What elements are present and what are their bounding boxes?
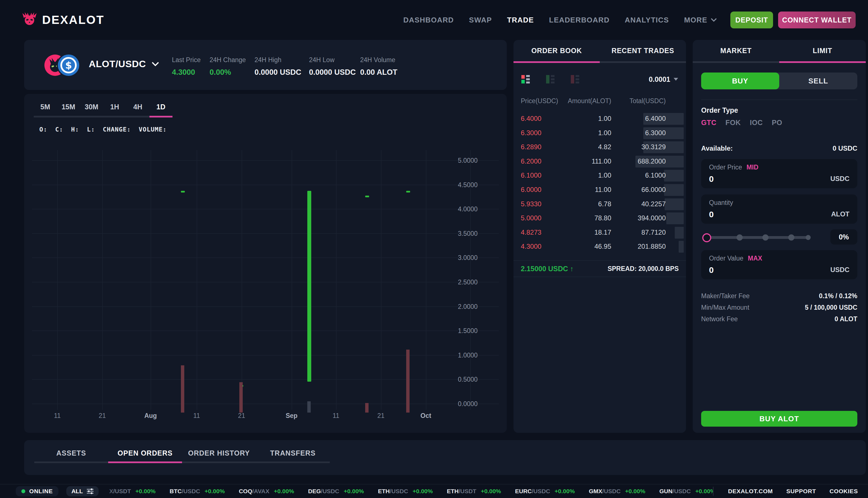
order-price-input[interactable]: 0	[709, 174, 714, 184]
volume-bar	[406, 350, 410, 412]
buy-sell-toggle: BUYSELL	[701, 73, 857, 89]
ticker-coq-avax[interactable]: COQ/AVAX+0.00%	[239, 488, 294, 495]
quantity-field[interactable]: Quantity 0 ALOT	[701, 195, 857, 224]
stat-label: Last Price	[172, 56, 201, 64]
stat-label: 24H Change	[210, 56, 246, 64]
pair-selector[interactable]: ALOT/USDC	[89, 58, 159, 69]
slider-stop-25[interactable]	[736, 234, 743, 240]
price-axis-label: 4.5000	[458, 181, 493, 189]
footer-links: DEXALOT.COMSUPPORTCOOKIES	[713, 487, 858, 496]
slider-stop-100[interactable]	[806, 235, 811, 240]
time-gridline	[242, 150, 242, 410]
quantity-input[interactable]: 0	[709, 210, 714, 219]
price-axis-label: 1.5000	[458, 327, 493, 335]
max-value-button[interactable]: MAX	[748, 254, 762, 262]
order-value-unit: USDC	[830, 266, 850, 274]
orderbook-tab-order-book[interactable]: ORDER BOOK	[513, 40, 600, 63]
ask-amount: 6.78	[598, 200, 611, 208]
ask-row[interactable]: 5.000078.80394.0000	[513, 211, 686, 226]
nav-item-swap[interactable]: SWAP	[469, 16, 492, 24]
ticker-pair: X/USDT	[109, 488, 131, 495]
connect-wallet-button[interactable]: CONNECT WALLET	[778, 12, 856, 28]
ask-row[interactable]: 5.93306.7840.2257	[513, 197, 686, 212]
slider-stop-50[interactable]	[762, 234, 769, 240]
order-type-fok[interactable]: FOK	[725, 119, 741, 127]
ticker-filter-button[interactable]: ALL	[66, 486, 98, 496]
ticker-pair: EURC/USDC	[515, 488, 550, 495]
volume-bar	[307, 401, 311, 412]
nav-item-analytics[interactable]: ANALYTICS	[625, 16, 669, 24]
order-type-gtc[interactable]: GTC	[701, 119, 717, 127]
bottom-tab-assets[interactable]: ASSETS	[34, 445, 108, 463]
ask-row[interactable]: 6.000011.0066.0000	[513, 183, 686, 197]
orderbook-toolbar: 0.0001	[521, 74, 678, 85]
price-axis-label: 3.5000	[458, 230, 493, 237]
available-balance-row: Available: 0 USDC	[701, 144, 857, 152]
orderbook-tab-recent-trades[interactable]: RECENT TRADES	[600, 40, 686, 63]
deposit-button[interactable]: DEPOSIT	[730, 12, 773, 28]
ticker-eth-usdt[interactable]: ETH/USDT+0.00%	[447, 488, 501, 495]
order-type-po[interactable]: PO	[772, 119, 782, 127]
ask-row[interactable]: 4.827318.1787.7120	[513, 226, 686, 240]
ticker-change: +0.00%	[481, 488, 501, 495]
dexalot-logo[interactable]: DEXALOT	[22, 12, 105, 28]
nav-item-leaderboard[interactable]: LEADERBOARD	[549, 16, 610, 24]
ask-row[interactable]: 6.28904.8230.3129	[513, 140, 686, 155]
order-type-ioc[interactable]: IOC	[750, 119, 763, 127]
order-value-input[interactable]: 0	[709, 265, 714, 275]
order-mode-tab-limit[interactable]: LIMIT	[779, 40, 866, 63]
candle-body	[307, 191, 311, 382]
stat-label: 24H Low	[309, 56, 335, 64]
ticker-eurc-usdc[interactable]: EURC/USDC+0.00%	[515, 488, 575, 495]
ask-row[interactable]: 6.2000111.00688.2000	[513, 155, 686, 169]
time-gridline	[57, 150, 58, 410]
ask-row[interactable]: 6.10001.006.1000	[513, 169, 686, 183]
ticker-deg-usdc[interactable]: DEG/USDC+0.00%	[308, 488, 364, 495]
quantity-percent-slider: 0%	[701, 229, 857, 245]
slider-handle[interactable]	[702, 233, 711, 242]
volume-bar	[181, 365, 184, 412]
buy-alot-submit-button[interactable]: BUY ALOT	[701, 411, 857, 427]
ticker-pair: ETH/USDT	[447, 488, 477, 495]
buy-side-button[interactable]: BUY	[701, 73, 779, 89]
slider-stop-75[interactable]	[788, 234, 794, 240]
bottom-tab-transfers[interactable]: TRANSFERS	[256, 445, 330, 463]
depth-bar	[666, 212, 684, 224]
divider	[713, 487, 713, 496]
ask-row[interactable]: 6.30001.006.3000	[513, 126, 686, 141]
time-gridline	[102, 150, 103, 410]
ask-amount: 1.00	[598, 115, 611, 122]
ticker-pair: ETH/USDC	[378, 488, 408, 495]
precision-dropdown[interactable]: 0.0001	[649, 75, 678, 83]
sell-side-button[interactable]: SELL	[779, 73, 857, 89]
footer-link-dexalot-com[interactable]: DEXALOT.COM	[728, 488, 773, 495]
footer-link-cookies[interactable]: COOKIES	[829, 488, 858, 495]
asks-only-view-icon[interactable]	[571, 75, 579, 83]
nav-item-more[interactable]: MORE	[684, 16, 717, 24]
bottom-tab-open-orders[interactable]: OPEN ORDERS	[108, 445, 182, 463]
bottom-tab-order-history[interactable]: ORDER HISTORY	[182, 445, 256, 463]
ticker-gun-usdc[interactable]: GUN/USDC+0.00%	[659, 488, 713, 495]
mid-price-button[interactable]: MID	[747, 163, 759, 171]
ticker-gmx-usdc[interactable]: GMX/USDC+0.00%	[589, 488, 645, 495]
ask-row[interactable]: 6.40001.006.4000	[513, 112, 686, 126]
order-price-field[interactable]: Order Price MID 0 USDC	[701, 159, 857, 188]
bids-only-view-icon[interactable]	[546, 75, 555, 83]
ticker-eth-usdc[interactable]: ETH/USDC+0.00%	[378, 488, 433, 495]
ticker-x-usdt[interactable]: X/USDT+0.00%	[109, 488, 156, 495]
order-value-field[interactable]: Order Value MAX 0 USDC	[701, 250, 857, 279]
order-mode-tab-market[interactable]: MARKET	[693, 40, 779, 63]
ticker-pair: COQ/AVAX	[239, 488, 269, 495]
nav-item-trade[interactable]: TRADE	[507, 16, 534, 24]
ticker-change: +0.00%	[344, 488, 364, 495]
ticker-pair: GUN/USDC	[659, 488, 691, 495]
ask-price: 6.4000	[521, 115, 541, 122]
ask-amount: 18.17	[595, 228, 611, 236]
footer-link-support[interactable]: SUPPORT	[786, 488, 816, 495]
ask-row[interactable]: 4.300046.95201.8850	[513, 240, 686, 254]
nav-item-dashboard[interactable]: DASHBOARD	[403, 16, 454, 24]
fee-row-maker-taker-fee: Maker/Taker Fee0.1% / 0.12%	[701, 292, 857, 300]
both-sides-view-icon[interactable]	[521, 75, 530, 83]
ticker-btc-usdc[interactable]: BTC/USDC+0.00%	[170, 488, 225, 495]
candlestick-chart[interactable]: 5.00004.50004.00003.50003.00002.50002.00…	[24, 94, 507, 433]
